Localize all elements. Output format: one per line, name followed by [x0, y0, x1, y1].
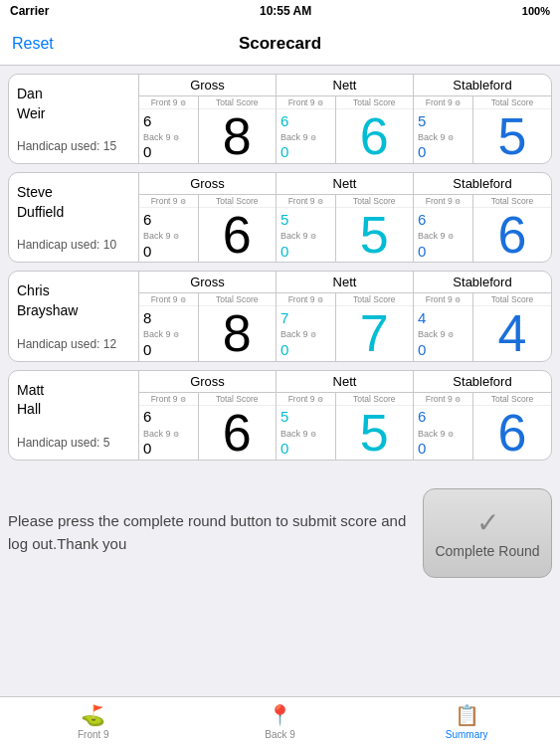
gross-section: Gross Front 9 ⚙ 6 Back 9 ⚙ 0	[139, 75, 277, 163]
player-card: SteveDuffield Handicap used: 10 Gross Fr…	[8, 172, 552, 263]
score-grid: Gross Front 9 ⚙ 6 Back 9 ⚙ 0	[138, 371, 551, 460]
nett-left: Front 9 ⚙ 5 Back 9 ⚙ 0	[277, 195, 336, 262]
gross-total-val: 6	[223, 209, 252, 261]
tab-icon-2: 📋	[455, 703, 479, 727]
nett-back-val: 0	[280, 341, 288, 358]
gross-left: Front 9 ⚙ 6 Back 9 ⚙ 0	[139, 96, 199, 163]
stableford-total-val: 4	[498, 307, 527, 359]
nett-total-val: 5	[360, 209, 389, 261]
nett-header: Nett	[277, 75, 413, 96]
player-info: DanWeir Handicap used: 15	[9, 75, 138, 163]
nett-left: Front 9 ⚙ 6 Back 9 ⚙ 0	[277, 96, 336, 163]
nett-section: Nett Front 9 ⚙ 5 Back 9 ⚙ 0	[277, 371, 414, 460]
gross-total-val: 8	[223, 110, 252, 162]
nett-header: Nett	[277, 371, 413, 393]
gross-left: Front 9 ⚙ 6 Back 9 ⚙ 0	[139, 195, 199, 262]
gross-front-val: 8	[143, 309, 151, 326]
nett-right: Total Score 7	[336, 293, 413, 360]
stableford-front-header: Front 9 ⚙	[414, 393, 472, 406]
stableford-section: Stableford Front 9 ⚙ 4 Back 9 ⚙ 0	[414, 272, 551, 360]
nett-front-val: 5	[280, 211, 288, 228]
gross-front-val: 6	[143, 211, 151, 228]
nett-front-val: 7	[280, 309, 288, 326]
bottom-section: Please press the complete round button t…	[0, 476, 560, 590]
stableford-header: Stableford	[414, 371, 551, 393]
nett-front-header: Front 9 ⚙	[277, 393, 335, 406]
handicap-label: Handicap used: 10	[17, 238, 130, 252]
nett-front-val: 5	[280, 408, 288, 425]
gross-right: Total Score 6	[199, 393, 276, 460]
tab-back-9[interactable]: 📍 Back 9	[187, 697, 374, 746]
stableford-section: Stableford Front 9 ⚙ 5 Back 9 ⚙ 0	[414, 75, 551, 163]
time-text: 10:55 AM	[260, 4, 311, 18]
stableford-front-val: 5	[418, 112, 426, 129]
nett-front-val: 6	[280, 112, 288, 129]
player-info: ChrisBrayshaw Handicap used: 12	[9, 272, 138, 360]
tab-summary[interactable]: 📋 Summary	[373, 697, 560, 746]
stableford-right: Total Score 4	[473, 293, 551, 360]
nett-back-val: 0	[280, 440, 288, 457]
nett-section: Nett Front 9 ⚙ 6 Back 9 ⚙ 0	[277, 75, 414, 163]
nett-right: Total Score 6	[336, 96, 413, 163]
gross-section: Gross Front 9 ⚙ 8 Back 9 ⚙ 0	[139, 272, 277, 360]
tab-icon-1: 📍	[268, 703, 292, 727]
tab-label-1: Back 9	[265, 729, 295, 740]
player-name: ChrisBrayshaw	[17, 281, 130, 320]
gross-header: Gross	[139, 173, 276, 195]
gross-front-header: Front 9 ⚙	[139, 195, 198, 208]
stableford-header: Stableford	[414, 272, 551, 293]
gross-back-val: 0	[143, 243, 151, 260]
gross-left: Front 9 ⚙ 6 Back 9 ⚙ 0	[139, 393, 199, 460]
gross-front-val: 6	[143, 112, 151, 129]
tab-front-9[interactable]: ⛳ Front 9	[0, 697, 187, 746]
player-card: ChrisBrayshaw Handicap used: 12 Gross Fr…	[8, 271, 552, 361]
player-name: DanWeir	[17, 85, 130, 123]
gross-back-val: 0	[143, 143, 151, 160]
stableford-front-header: Front 9 ⚙	[414, 195, 472, 208]
stableford-total-val: 6	[498, 209, 527, 261]
stableford-front-val: 6	[418, 408, 426, 425]
nett-back-val: 0	[280, 143, 288, 160]
complete-round-label: Complete Round	[435, 543, 539, 559]
reset-button[interactable]: Reset	[12, 35, 54, 53]
gross-total-val: 8	[223, 307, 252, 359]
checkmark-icon: ✓	[476, 506, 499, 539]
tab-label-2: Summary	[446, 729, 488, 740]
stableford-left: Front 9 ⚙ 4 Back 9 ⚙ 0	[414, 293, 473, 360]
gross-section: Gross Front 9 ⚙ 6 Back 9 ⚙ 0	[139, 371, 277, 460]
gross-header: Gross	[139, 272, 276, 293]
stableford-front-val: 6	[418, 211, 426, 228]
player-name: SteveDuffield	[17, 183, 130, 222]
nett-section: Nett Front 9 ⚙ 7 Back 9 ⚙ 0	[277, 272, 414, 360]
tab-icon-0: ⛳	[81, 703, 105, 727]
stableford-header: Stableford	[414, 173, 551, 195]
nett-right: Total Score 5	[336, 195, 413, 262]
player-info: MattHall Handicap used: 5	[9, 371, 138, 460]
battery-text: 100%	[522, 5, 550, 17]
gross-header: Gross	[139, 371, 276, 393]
stableford-total-val: 5	[498, 110, 527, 162]
score-grid: Gross Front 9 ⚙ 6 Back 9 ⚙ 0	[138, 75, 551, 163]
gross-right: Total Score 8	[199, 293, 276, 360]
stableford-front-val: 4	[418, 309, 426, 326]
handicap-label: Handicap used: 15	[17, 139, 130, 153]
stableford-right: Total Score 6	[473, 195, 551, 262]
tab-bar: ⛳ Front 9 📍 Back 9 📋 Summary	[0, 696, 560, 746]
player-info: SteveDuffield Handicap used: 10	[9, 173, 138, 262]
nett-left: Front 9 ⚙ 7 Back 9 ⚙ 0	[277, 293, 336, 360]
gross-total-val: 6	[223, 407, 252, 459]
handicap-label: Handicap used: 5	[17, 436, 130, 450]
gross-back-val: 0	[143, 440, 151, 457]
stableford-section: Stableford Front 9 ⚙ 6 Back 9 ⚙ 0	[414, 371, 551, 460]
gross-right: Total Score 8	[199, 96, 276, 163]
stableford-left: Front 9 ⚙ 6 Back 9 ⚙ 0	[414, 195, 473, 262]
nett-header: Nett	[277, 272, 413, 293]
info-text: Please press the complete round button t…	[8, 510, 411, 555]
stableford-back-val: 0	[418, 243, 426, 260]
complete-round-button[interactable]: ✓ Complete Round	[423, 488, 552, 578]
gross-back-val: 0	[143, 341, 151, 358]
gross-left: Front 9 ⚙ 8 Back 9 ⚙ 0	[139, 293, 199, 360]
nett-right: Total Score 5	[336, 393, 413, 460]
stableford-back-val: 0	[418, 143, 426, 160]
stableford-front-header: Front 9 ⚙	[414, 293, 472, 306]
